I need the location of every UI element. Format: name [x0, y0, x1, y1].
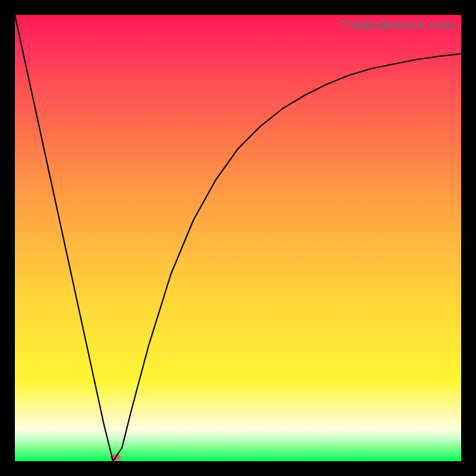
- watermark-text: TheBottleneck.com: [340, 17, 454, 33]
- chart-plot-area: TheBottleneck.com: [15, 15, 461, 461]
- bottleneck-curve: [15, 15, 461, 461]
